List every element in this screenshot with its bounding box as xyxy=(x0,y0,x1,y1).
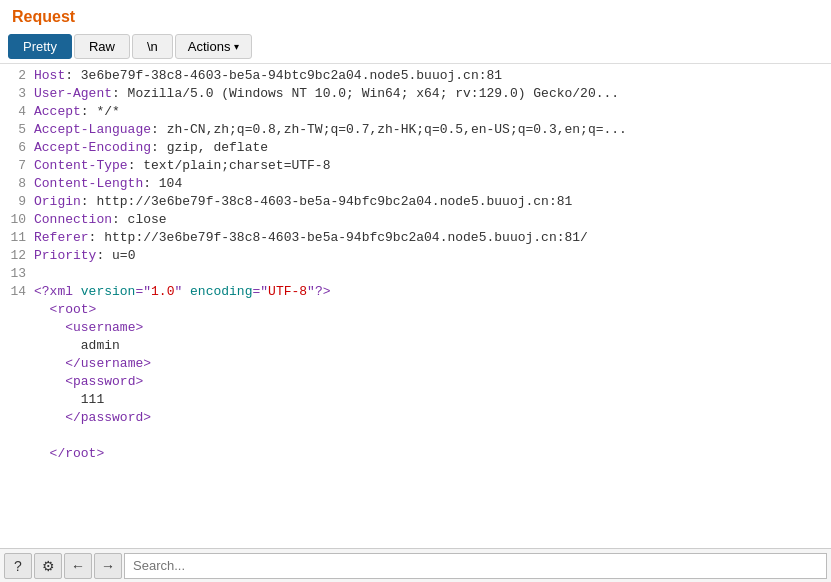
actions-label: Actions xyxy=(188,39,231,54)
code-line-12: 12 Priority: u=0 xyxy=(0,248,831,266)
line-number: 9 xyxy=(6,194,26,209)
line-content: 111 xyxy=(34,392,104,407)
question-icon: ? xyxy=(14,558,22,574)
line-number: 11 xyxy=(6,230,26,245)
xml-username-open: <username> xyxy=(0,320,831,338)
line-content: Accept: */* xyxy=(34,104,120,119)
line-content: Referer: http://3e6be79f-38c8-4603-be5a-… xyxy=(34,230,588,245)
line-content: Priority: u=0 xyxy=(34,248,135,263)
page-title: Request xyxy=(12,8,75,25)
line-number: 13 xyxy=(6,266,26,281)
line-content: Origin: http://3e6be79f-38c8-4603-be5a-9… xyxy=(34,194,572,209)
tab-ln[interactable]: \n xyxy=(132,34,173,59)
line-content: </root> xyxy=(34,446,104,461)
actions-button[interactable]: Actions ▾ xyxy=(175,34,253,59)
line-number: 6 xyxy=(6,140,26,155)
line-content: <root> xyxy=(34,302,96,317)
help-button[interactable]: ? xyxy=(4,553,32,579)
code-line-3: 3 User-Agent: Mozilla/5.0 (Windows NT 10… xyxy=(0,86,831,104)
toolbar: Pretty Raw \n Actions ▾ xyxy=(0,30,831,64)
line-content: Connection: close xyxy=(34,212,167,227)
chevron-down-icon: ▾ xyxy=(234,41,239,52)
xml-admin-value: admin xyxy=(0,338,831,356)
title-bar: Request xyxy=(0,0,831,30)
line-content: Host: 3e6be79f-38c8-4603-be5a-94btc9bc2a… xyxy=(34,68,502,83)
code-line-8: 8 Content-Length: 104 xyxy=(0,176,831,194)
line-content: Accept-Encoding: gzip, deflate xyxy=(34,140,268,155)
line-content: <username> xyxy=(34,320,143,335)
line-content: Accept-Language: zh-CN,zh;q=0.8,zh-TW;q=… xyxy=(34,122,627,137)
code-line-14: 14 <?xml version="1.0" encoding="UTF-8"?… xyxy=(0,284,831,302)
code-line-5: 5 Accept-Language: zh-CN,zh;q=0.8,zh-TW;… xyxy=(0,122,831,140)
line-number: 4 xyxy=(6,104,26,119)
line-content: Content-Length: 104 xyxy=(34,176,182,191)
line-number: 5 xyxy=(6,122,26,137)
line-number: 7 xyxy=(6,158,26,173)
xml-username-close: </username> xyxy=(0,356,831,374)
line-number: 2 xyxy=(6,68,26,83)
bottom-bar: ? ⚙ ← → xyxy=(0,548,831,582)
xml-password-value: 111 xyxy=(0,392,831,410)
arrow-right-icon: → xyxy=(101,558,115,574)
line-content: </password> xyxy=(34,410,151,425)
xml-password-close: </password> xyxy=(0,410,831,428)
settings-button[interactable]: ⚙ xyxy=(34,553,62,579)
xml-root-open: <root> xyxy=(0,302,831,320)
search-input[interactable] xyxy=(124,553,827,579)
line-content: admin xyxy=(34,338,120,353)
code-line-2: 2 Host: 3e6be79f-38c8-4603-be5a-94btc9bc… xyxy=(0,68,831,86)
tab-raw[interactable]: Raw xyxy=(74,34,130,59)
code-line-10: 10 Connection: close xyxy=(0,212,831,230)
line-content: Content-Type: text/plain;charset=UTF-8 xyxy=(34,158,330,173)
line-number: 14 xyxy=(6,284,26,299)
tab-pretty[interactable]: Pretty xyxy=(8,34,72,59)
line-content: <?xml version="1.0" encoding="UTF-8"?> xyxy=(34,284,331,299)
code-line-9: 9 Origin: http://3e6be79f-38c8-4603-be5a… xyxy=(0,194,831,212)
line-number: 8 xyxy=(6,176,26,191)
xml-password-open: <password> xyxy=(0,374,831,392)
arrow-left-icon: ← xyxy=(71,558,85,574)
line-number: 10 xyxy=(6,212,26,227)
code-line-6: 6 Accept-Encoding: gzip, deflate xyxy=(0,140,831,158)
content-area: 2 Host: 3e6be79f-38c8-4603-be5a-94btc9bc… xyxy=(0,64,831,548)
line-content: User-Agent: Mozilla/5.0 (Windows NT 10.0… xyxy=(34,86,619,101)
gear-icon: ⚙ xyxy=(42,558,55,574)
back-button[interactable]: ← xyxy=(64,553,92,579)
line-number: 3 xyxy=(6,86,26,101)
code-line-7: 7 Content-Type: text/plain;charset=UTF-8 xyxy=(0,158,831,176)
code-line-4: 4 Accept: */* xyxy=(0,104,831,122)
line-content: </username> xyxy=(34,356,151,371)
line-content: <password> xyxy=(34,374,143,389)
line-content xyxy=(34,428,42,443)
code-line-13: 13 xyxy=(0,266,831,284)
xml-empty-line xyxy=(0,428,831,446)
line-number: 12 xyxy=(6,248,26,263)
xml-root-close: </root> xyxy=(0,446,831,464)
forward-button[interactable]: → xyxy=(94,553,122,579)
line-content xyxy=(34,266,42,281)
code-line-11: 11 Referer: http://3e6be79f-38c8-4603-be… xyxy=(0,230,831,248)
